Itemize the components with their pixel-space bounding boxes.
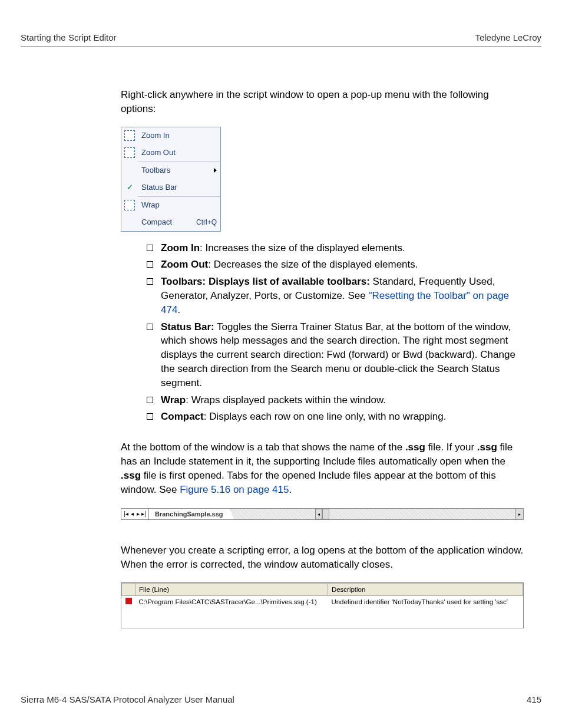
error-log-table: File (Line) Description C:\Program Files…: [121, 583, 523, 628]
checkmark-icon: ✓: [121, 179, 138, 196]
blank-icon: [121, 162, 138, 179]
list-item: Status Bar: Toggles the Sierra Trainer S…: [144, 320, 524, 390]
menu-item-compact[interactable]: Compact Ctrl+Q: [121, 214, 220, 231]
context-menu: Zoom In Zoom Out Toolbars ✓ Status Bar W…: [121, 127, 221, 232]
col-file: File (Line): [135, 583, 328, 595]
page-footer: Sierra M6-4 SAS/SATA Protocol Analyzer U…: [21, 694, 541, 704]
list-item: Toolbars: Displays list of available too…: [144, 275, 524, 317]
error-log-paragraph: Whenever you create a scripting error, a…: [121, 543, 524, 572]
menu-item-label: Status Bar: [138, 182, 217, 193]
error-file-cell: C:\Program Files\CATC\SASTracer\Ge...\Pr…: [135, 596, 328, 608]
scroll-left-icon[interactable]: ◂: [315, 509, 322, 519]
nav-first-icon[interactable]: |◂: [124, 511, 128, 517]
header-section-title: Starting the Script Editor: [21, 32, 117, 42]
list-item: Zoom In: Increases the size of the displ…: [144, 241, 524, 255]
menu-item-label: Zoom In: [138, 130, 217, 141]
col-icon: [122, 583, 135, 595]
table-header-row: File (Line) Description: [122, 583, 523, 595]
col-description: Description: [328, 583, 523, 595]
menu-item-label: Wrap: [138, 200, 217, 210]
menu-shortcut: Ctrl+Q: [196, 218, 217, 228]
table-row[interactable]: C:\Program Files\CATC\SASTracer\Ge...\Pr…: [122, 596, 523, 608]
menu-item-label: Compact: [138, 217, 196, 228]
page-header: Starting the Script Editor Teledyne LeCr…: [21, 32, 541, 47]
tab-nav-buttons[interactable]: |◂ ◂ ▸ ▸|: [121, 509, 149, 519]
header-brand: Teledyne LeCroy: [475, 32, 541, 42]
table-empty-space: [122, 608, 523, 628]
submenu-arrow-icon: [214, 168, 217, 173]
menu-item-label: Zoom Out: [138, 147, 217, 158]
list-item: Wrap: Wraps displayed packets within the…: [144, 393, 524, 407]
tab-bar-figure: |◂ ◂ ▸ ▸| BranchingSample.ssg ◂ ▸: [121, 508, 524, 520]
scroll-track[interactable]: [322, 509, 329, 519]
options-list: Zoom In: Increases the size of the displ…: [144, 241, 524, 424]
error-icon: [122, 596, 135, 608]
nav-last-icon[interactable]: ▸|: [141, 511, 146, 517]
footer-manual-title: Sierra M6-4 SAS/SATA Protocol Analyzer U…: [21, 694, 234, 704]
scroll-right-icon[interactable]: ▸: [515, 509, 523, 519]
figure-link[interactable]: Figure 5.16 on page 415: [180, 484, 289, 495]
file-tab[interactable]: BranchingSample.ssg: [149, 509, 234, 519]
menu-item-zoom-out[interactable]: Zoom Out: [121, 144, 220, 162]
menu-item-toolbars[interactable]: Toolbars: [121, 162, 220, 179]
error-desc-cell: Undefined identifier 'NotTodayThanks' us…: [328, 596, 523, 608]
tab-bar: |◂ ◂ ▸ ▸| BranchingSample.ssg ◂ ▸: [121, 508, 524, 520]
list-item: Zoom Out: Decreases the size of the disp…: [144, 258, 524, 272]
nav-next-icon[interactable]: ▸: [135, 511, 140, 517]
menu-item-wrap[interactable]: Wrap: [121, 197, 220, 214]
zoom-in-icon: [121, 127, 138, 144]
footer-page-number: 415: [527, 694, 541, 704]
file-tab-label: BranchingSample.ssg: [155, 510, 223, 519]
wrap-icon: [121, 197, 138, 214]
nav-prev-icon[interactable]: ◂: [130, 511, 134, 517]
list-item: Compact: Displays each row on one line o…: [144, 410, 524, 424]
error-log-panel: File (Line) Description C:\Program Files…: [121, 582, 524, 628]
menu-item-status-bar[interactable]: ✓ Status Bar: [121, 179, 220, 196]
ssg-paragraph: At the bottom of the window is a tab tha…: [121, 440, 524, 496]
intro-paragraph: Right-click anywhere in the script windo…: [121, 88, 524, 116]
blank-icon: [121, 214, 138, 231]
menu-item-label: Toolbars: [138, 165, 214, 176]
menu-item-zoom-in[interactable]: Zoom In: [121, 127, 220, 144]
horizontal-scroll-mid[interactable]: ◂: [315, 509, 329, 519]
zoom-out-icon: [121, 144, 138, 162]
page-content: Right-click anywhere in the script windo…: [121, 88, 524, 628]
